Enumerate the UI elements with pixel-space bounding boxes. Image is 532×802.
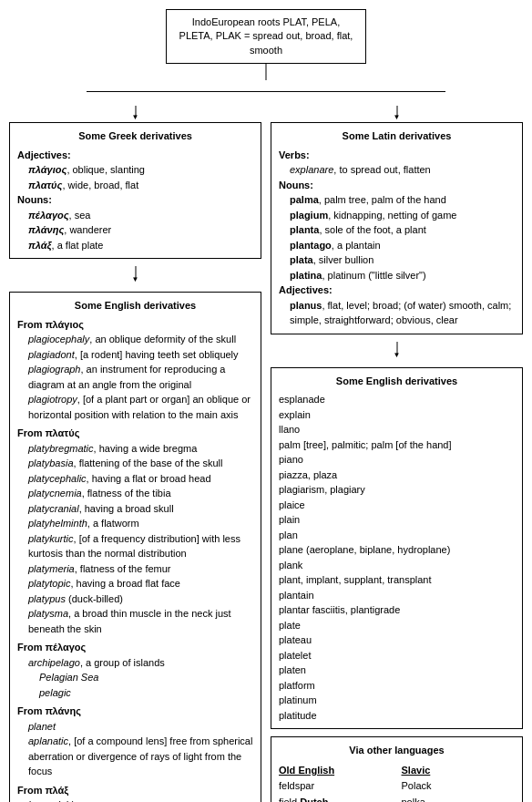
slavic-title: Slavic [402, 763, 516, 779]
platycnemia: platycnemia, flatness of the tibia [28, 486, 253, 501]
main-columns: Some Greek derivatives Adjectives: πλάγι… [9, 122, 523, 802]
palma: palma, palm tree, palm of the hand [290, 192, 515, 208]
el-platitude: platitude [279, 708, 515, 724]
leucoplakia: leucoplakia [28, 797, 253, 802]
el-plaice: plaice [279, 498, 515, 513]
latin-adj-list: planus, flat, level; broad; (of water) s… [290, 298, 515, 328]
greek-nouns: Nouns: πέλαγος, sea πλάνης, wanderer πλά… [17, 192, 253, 252]
planus: planus, flat, level; broad; (of water) s… [290, 298, 515, 328]
el-plain: plain [279, 512, 515, 528]
latin-box: Some Latin derivatives Verbs: explanare,… [271, 122, 523, 334]
latin-adj-label: Adjectives: [279, 284, 332, 295]
el-platinum: platinum [279, 693, 515, 708]
plagiotropy: plagiotropy, [of a plant part or organ] … [28, 392, 253, 422]
h-line [9, 91, 523, 106]
old-english-col: Old English feldspar field Dutch flakeve… [279, 763, 393, 802]
english-latin-list: esplanade explain llano palm [tree], pal… [279, 392, 515, 723]
latin-to-english-arrow [271, 342, 523, 360]
latin-nouns: Nouns: palma, palm tree, palm of the han… [279, 178, 515, 283]
platyhelminth: platyhelminth, a flatworm [28, 516, 253, 531]
el-plateau: plateau [279, 632, 515, 648]
el-plane: plane (aeroplane, biplane, hydroplane) [279, 542, 515, 558]
planet: planet [28, 719, 253, 735]
explanare: explanare, to spread out, flatten [290, 162, 515, 178]
latin-title: Some Latin derivatives [279, 129, 515, 144]
english-from-greek-box: Some English derivatives From πλάγιος pl… [9, 292, 261, 802]
latin-verbs: Verbs: explanare, to spread out, flatten [279, 148, 515, 178]
right-col-arrow [271, 106, 523, 122]
planta: planta, sole of the foot, a plant [290, 222, 515, 238]
el-piazza: piazza, plaza [279, 468, 515, 483]
greek-noun-list: πέλαγος, sea πλάνης, wanderer πλάξ, a fl… [28, 208, 253, 253]
platypus: platypus (duck-billed) [28, 591, 253, 607]
aplanatic: aplanatic, [of a compound lens] free fro… [28, 734, 253, 779]
root-text: IndoEuropean roots PLAT, PELA, PLETA, PL… [179, 16, 353, 56]
greek-box: Some Greek derivatives Adjectives: πλάγι… [9, 122, 261, 259]
platina: platina, platinum ("little silver") [290, 268, 515, 283]
el-platen: platen [279, 663, 515, 678]
other-languages-box: Via other languages Old English feldspar… [271, 736, 523, 802]
english-from-latin-box: Some English derivatives esplanade expla… [271, 367, 523, 730]
from-planes: From πλάνης planet aplanatic, [of a comp… [17, 704, 253, 779]
el-plantain: plantain [279, 588, 515, 603]
root-box: IndoEuropean roots PLAT, PELA, PLETA, PL… [166, 9, 366, 64]
plata: plata, silver bullion [290, 252, 515, 268]
platykurtic: platykurtic, [of a frequency distributio… [28, 531, 253, 561]
el-plantar: plantar fasciitis, plantigrade [279, 602, 515, 618]
el-llano: llano [279, 422, 515, 437]
greek-noun-3: πλάξ, a flat plate [28, 238, 253, 253]
archipelago: archipelago, a group of islands [28, 655, 253, 671]
platymeria: platymeria, flatness of the femur [28, 561, 253, 577]
greek-adj-list: πλάγιος, oblique, slanting πλατύς, wide,… [28, 162, 253, 192]
greek-adjectives: Adjectives: πλάγιος, oblique, slanting π… [17, 148, 253, 193]
greek-noun-1: πέλαγος, sea [28, 208, 253, 223]
ol-field: field Dutch [279, 795, 393, 802]
platycephalic: platycephalic, having a flat or broad he… [28, 471, 253, 487]
right-column: Some Latin derivatives Verbs: explanare,… [271, 122, 523, 802]
greek-adj-label: Adjectives: [17, 149, 71, 160]
pelagic: pelagic [39, 685, 253, 701]
greek-to-english-arrow [9, 266, 261, 284]
greek-noun-2: πλάνης, wanderer [28, 222, 253, 238]
from-platys: From πλατύς platybregmatic, having a wid… [17, 426, 253, 636]
slavic-col: Slavic Polack polka flag [402, 763, 516, 802]
greek-noun-label: Nouns: [17, 194, 52, 205]
el-plant: plant, implant, supplant, transplant [279, 572, 515, 588]
from-pelagos: From πέλαγος archipelago, a group of isl… [17, 640, 253, 700]
diagram: IndoEuropean roots PLAT, PELA, PLETA, PL… [9, 9, 523, 802]
el-platform: platform [279, 678, 515, 694]
latin-adjectives: Adjectives: planus, flat, level; broad; … [279, 283, 515, 328]
sl-polack: Polack [402, 778, 516, 795]
other-lang-title: Via other languages [279, 743, 515, 759]
el-plagiarism: plagiarism, plagiary [279, 482, 515, 498]
el-piano: piano [279, 452, 515, 468]
english-latin-title: Some English derivatives [279, 374, 515, 389]
pelagian-sea: Pelagian Sea [39, 670, 253, 685]
latin-verb-label: Verbs: [279, 149, 310, 160]
plagiograph: plagiograph, an instrument for reproduci… [28, 362, 253, 392]
sl-polka: polka [402, 795, 516, 802]
left-col-arrow [9, 106, 261, 122]
plagiadont: plagiadont, [a rodent] having teeth set … [28, 347, 253, 363]
platybasia: platybasia, flattening of the base of th… [28, 456, 253, 471]
lang-columns: Old English feldspar field Dutch flakeve… [279, 763, 515, 802]
greek-title: Some Greek derivatives [17, 129, 253, 144]
el-platelet: platelet [279, 648, 515, 663]
el-esplanade: esplanade [279, 392, 515, 407]
el-plan: plan [279, 528, 515, 543]
el-plank: plank [279, 558, 515, 573]
platybregmatic: platybregmatic, having a wide bregma [28, 441, 253, 457]
el-explain: explain [279, 407, 515, 423]
platytopic: platytopic, having a broad flat face [28, 576, 253, 591]
left-column: Some Greek derivatives Adjectives: πλάγι… [9, 122, 261, 802]
col-arrows [9, 106, 523, 122]
el-palm: palm [tree], palmitic; palm [of the hand… [279, 437, 515, 453]
from-plagios: From πλάγιος plagiocephaly, an oblique d… [17, 317, 253, 423]
plagiocephaly: plagiocephaly, an oblique deformity of t… [28, 332, 253, 347]
latin-noun-list: palma, palm tree, palm of the hand plagi… [290, 192, 515, 283]
english-greek-title: Some English derivatives [17, 298, 253, 314]
platycranial: platycranial, having a broad skull [28, 501, 253, 517]
greek-adj-1: πλάγιος, oblique, slanting [28, 162, 253, 178]
plagium: plagium, kidnapping, netting of game [290, 208, 515, 223]
old-english-title: Old English [279, 763, 393, 779]
